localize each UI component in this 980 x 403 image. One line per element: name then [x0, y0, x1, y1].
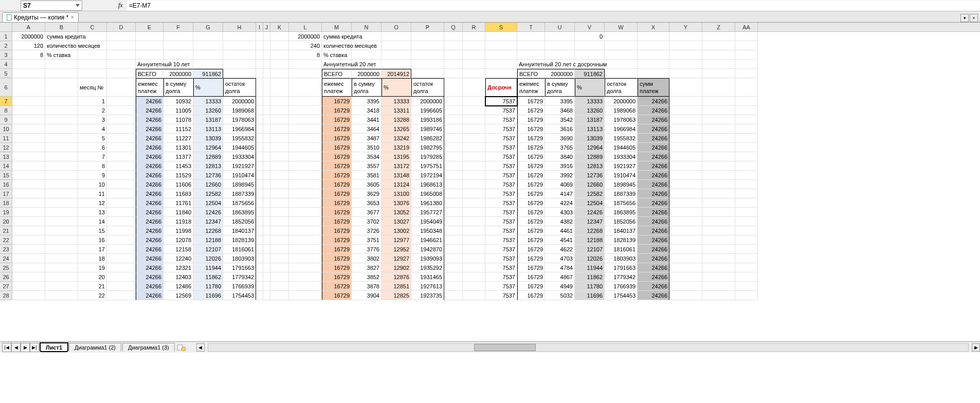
cell-T4[interactable]: Аннуитетный 20 лет с досрочным [517, 60, 545, 69]
cell-C16[interactable]: 10 [78, 180, 107, 189]
row-header-18[interactable]: 18 [0, 198, 12, 208]
cell-U8[interactable]: 3468 [545, 106, 575, 115]
header-H6[interactable]: остаток долга [223, 78, 256, 97]
cell-V8[interactable]: 13260 [575, 106, 605, 115]
cell-D26[interactable] [107, 272, 136, 282]
cell-T20[interactable]: 16729 [517, 217, 545, 226]
cell-Y17[interactable] [669, 189, 702, 198]
cell-M18[interactable]: 16729 [322, 198, 352, 208]
cell-R23[interactable] [463, 245, 485, 254]
row-header-17[interactable]: 17 [0, 189, 12, 198]
cell-D20[interactable] [107, 217, 136, 226]
cell-P20[interactable]: 1954049 [411, 217, 444, 226]
cell-E16[interactable]: 24266 [136, 180, 164, 189]
cell-R16[interactable] [463, 180, 485, 189]
cell-S8[interactable]: 7537 [485, 106, 517, 115]
cell-AA16[interactable] [735, 180, 758, 189]
cell-K25[interactable] [270, 263, 289, 272]
cell-AA26[interactable] [735, 272, 758, 282]
cell-Q12[interactable] [444, 143, 463, 152]
cell-V20[interactable]: 12347 [575, 217, 605, 226]
cell-B21[interactable] [45, 226, 78, 235]
cell-E1[interactable] [136, 32, 164, 41]
cell-H28[interactable]: 1754453 [223, 291, 256, 300]
document-tab[interactable]: Кредиты — копия * × [2, 12, 79, 22]
cell-I19[interactable] [256, 208, 263, 217]
column-header-B[interactable]: B [45, 23, 78, 31]
cell-H3[interactable] [223, 50, 256, 60]
cell-H27[interactable]: 1766939 [223, 282, 256, 291]
cell-M15[interactable]: 16729 [322, 171, 352, 180]
cell-O28[interactable]: 12825 [382, 291, 411, 300]
cell-X24[interactable]: 24266 [638, 254, 669, 263]
cell-G26[interactable]: 11862 [193, 272, 223, 282]
cell-M12[interactable]: 16729 [322, 143, 352, 152]
cell-L17[interactable] [289, 189, 322, 198]
cell-T10[interactable]: 16729 [517, 124, 545, 134]
cell-Q24[interactable] [444, 254, 463, 263]
cell-S26[interactable]: 7537 [485, 272, 517, 282]
header-N6[interactable]: в сумму долга [352, 78, 382, 97]
cell-S13[interactable]: 7537 [485, 152, 517, 161]
cell-C11[interactable]: 5 [78, 134, 107, 143]
header-O6[interactable]: % [382, 78, 411, 97]
cell-T9[interactable]: 16729 [517, 115, 545, 124]
header-Z6[interactable] [702, 78, 735, 97]
cell-F13[interactable]: 11377 [164, 152, 193, 161]
cell-M21[interactable]: 16729 [322, 226, 352, 235]
cell-R17[interactable] [463, 189, 485, 198]
cell-M27[interactable]: 16729 [322, 282, 352, 291]
cell-Z23[interactable] [702, 245, 735, 254]
cell-T5[interactable]: ВСЕГО [517, 69, 545, 78]
cell-S16[interactable]: 7537 [485, 180, 517, 189]
cell-L13[interactable] [289, 152, 322, 161]
cell-F20[interactable]: 11918 [164, 217, 193, 226]
row-header-20[interactable]: 20 [0, 217, 12, 226]
cell-AA23[interactable] [735, 245, 758, 254]
cell-D14[interactable] [107, 161, 136, 171]
cell-B15[interactable] [45, 171, 78, 180]
cell-A24[interactable] [12, 254, 45, 263]
cell-T16[interactable]: 16729 [517, 180, 545, 189]
cell-Y22[interactable] [669, 235, 702, 245]
cell-S14[interactable]: 7537 [485, 161, 517, 171]
cell-Z21[interactable] [702, 226, 735, 235]
cell-U21[interactable]: 4461 [545, 226, 575, 235]
cell-G15[interactable]: 12736 [193, 171, 223, 180]
cell-W23[interactable]: 1816061 [605, 245, 638, 254]
cell-Y14[interactable] [669, 161, 702, 171]
cell-R12[interactable] [463, 143, 485, 152]
cell-O13[interactable]: 13195 [382, 152, 411, 161]
cell-W14[interactable]: 1921927 [605, 161, 638, 171]
cell-N25[interactable]: 3827 [352, 263, 382, 272]
cell-A15[interactable] [12, 171, 45, 180]
header-K6[interactable] [270, 78, 289, 97]
cell-N16[interactable]: 3605 [352, 180, 382, 189]
cell-P8[interactable]: 1996605 [411, 106, 444, 115]
cell-V5[interactable]: 911862 [575, 69, 605, 78]
cell-C27[interactable]: 21 [78, 282, 107, 291]
cell-AA14[interactable] [735, 161, 758, 171]
cell-H16[interactable]: 1898945 [223, 180, 256, 189]
cell-T24[interactable]: 16729 [517, 254, 545, 263]
cell-E20[interactable]: 24266 [136, 217, 164, 226]
cell-J9[interactable] [263, 115, 270, 124]
cell-A14[interactable] [12, 161, 45, 171]
cell-S27[interactable]: 7537 [485, 282, 517, 291]
cell-E2[interactable] [136, 41, 164, 50]
cell-Z19[interactable] [702, 208, 735, 217]
cell-B8[interactable] [45, 106, 78, 115]
cell-V16[interactable]: 12660 [575, 180, 605, 189]
cell-V12[interactable]: 12964 [575, 143, 605, 152]
cell-E25[interactable]: 24266 [136, 263, 164, 272]
cell-S3[interactable] [485, 50, 517, 60]
cell-P19[interactable]: 1957727 [411, 208, 444, 217]
cell-R18[interactable] [463, 198, 485, 208]
cell-J13[interactable] [263, 152, 270, 161]
cell-U18[interactable]: 4224 [545, 198, 575, 208]
cell-R25[interactable] [463, 263, 485, 272]
cell-O26[interactable]: 12876 [382, 272, 411, 282]
cell-Q9[interactable] [444, 115, 463, 124]
cell-W26[interactable]: 1779342 [605, 272, 638, 282]
column-header-Z[interactable]: Z [702, 23, 735, 31]
